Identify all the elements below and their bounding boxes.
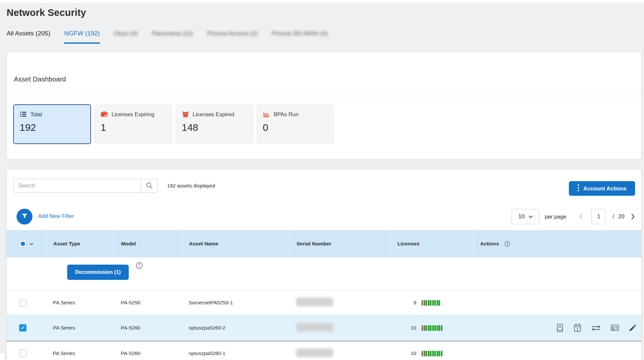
prev-page-button[interactable] <box>579 213 583 220</box>
bulk-action-row: Decommission (1) <box>7 257 641 291</box>
card-value: 1 <box>101 122 166 133</box>
table-row[interactable]: PA Series PA-5250 SomersetPA5250-1 9 <box>7 291 641 315</box>
select-all-checkbox[interactable] <box>19 240 26 247</box>
cell-serial-number <box>290 323 391 333</box>
asset-dashboard-panel: Asset Dashboard Total 192 Licenses Expir… <box>7 52 641 159</box>
assets-table-panel: 192 assets displayed Account Actions Add… <box>7 170 641 360</box>
page-size-value: 10 <box>518 213 525 220</box>
transfer-icon[interactable] <box>591 324 601 332</box>
col-header-actions: Actions <box>480 241 499 247</box>
divider <box>7 96 641 96</box>
tab-okyo-0[interactable]: Okyo (0) <box>114 30 138 44</box>
search-button[interactable] <box>141 179 158 193</box>
device-summary-icon[interactable] <box>556 323 564 333</box>
list-icon <box>20 111 27 118</box>
page-title: Network Security <box>7 7 86 18</box>
account-actions-label: Account Actions <box>583 185 626 192</box>
funnel-icon <box>21 213 28 221</box>
cell-serial-number <box>290 298 391 308</box>
table-body: PA Series PA-5250 SomersetPA5250-1 9 ✓ P… <box>7 291 641 360</box>
total-pages: 20 <box>618 213 624 220</box>
assets-table: Asset Type Model Asset Name Serial Numbe… <box>7 230 641 360</box>
cell-asset-type: PA Series <box>46 300 114 306</box>
card-label: Licenses Expiring <box>112 111 154 118</box>
cell-asset-type: PA Series <box>46 350 114 356</box>
col-header-serial-number: Serial Number <box>290 230 391 257</box>
cell-model: PA-5260 <box>114 350 182 356</box>
col-header-licenses: Licenses <box>391 230 473 257</box>
cell-serial-number <box>290 348 391 358</box>
per-page-label: per page <box>545 214 566 220</box>
alert-icon[interactable] <box>136 262 143 269</box>
search-input[interactable] <box>13 179 141 193</box>
row-checkbox[interactable] <box>19 299 26 306</box>
card-licenses-expired[interactable]: ! Licenses Expired 148 <box>175 104 253 144</box>
card-label: Total <box>30 111 42 118</box>
tab-ngfw-192[interactable]: NGFW (192) <box>64 30 100 44</box>
page-size-select[interactable]: 10 <box>512 209 539 224</box>
tabs-bar: All Assets (205)NGFW (192)Okyo (0)Panora… <box>7 30 328 44</box>
dashboard-title: Asset Dashboard <box>14 75 66 83</box>
alarm-icon: ! <box>182 111 189 118</box>
chevron-down-icon <box>529 213 533 220</box>
pagination: 10 per page 1 / 20 <box>512 209 635 225</box>
license-count: 9 <box>397 300 416 306</box>
add-filter-button[interactable] <box>17 209 32 225</box>
license-bars <box>422 325 442 331</box>
calendar-icon[interactable]: 1 <box>573 323 582 333</box>
tab-all-assets-205[interactable]: All Assets (205) <box>7 30 50 44</box>
page-separator: / <box>613 213 614 220</box>
add-new-filter-link[interactable]: Add New Filter <box>38 213 74 219</box>
ui-artifact <box>0 353 5 360</box>
license-count: 10 <box>397 350 416 356</box>
tab-prisma-sd-wan-0[interactable]: Prisma SD-WAN (0) <box>272 30 328 44</box>
cell-asset-name: nptuszpa5260-2 <box>182 325 290 331</box>
info-icon[interactable] <box>504 241 510 247</box>
card-value: 148 <box>182 122 247 133</box>
table-row[interactable]: PA Series PA-5260 nptuszpa5260-1 10 <box>7 341 641 360</box>
card-value: 192 <box>20 122 85 133</box>
serial-redacted <box>296 323 333 332</box>
card-value: 0 <box>263 122 328 133</box>
card-total[interactable]: Total 192 <box>13 104 91 144</box>
bar-chart-icon <box>263 111 270 118</box>
serial-redacted <box>296 298 333 306</box>
search-icon <box>145 181 153 190</box>
next-page-button[interactable] <box>631 213 635 220</box>
cell-model: PA-5250 <box>114 300 182 306</box>
license-icon[interactable] <box>610 324 620 332</box>
svg-text:!: ! <box>185 112 186 116</box>
col-header-model: Model <box>114 230 182 257</box>
card-licenses-expiring[interactable]: Licenses Expiring 1 <box>94 104 172 144</box>
briefcase-alert-icon <box>101 111 108 118</box>
cell-model: PA-5260 <box>114 325 182 331</box>
network-security-page: Network Security All Assets (205)NGFW (1… <box>0 0 644 360</box>
row-checkbox[interactable] <box>19 350 26 357</box>
serial-redacted <box>296 348 333 357</box>
kebab-icon <box>577 184 579 193</box>
table-header-row: Asset Type Model Asset Name Serial Numbe… <box>7 230 641 257</box>
cell-asset-name: SomersetPA5250-1 <box>182 300 290 306</box>
cell-asset-name: nptuszpa5260-1 <box>182 350 290 356</box>
table-row[interactable]: ✓ PA Series PA-5260 nptuszpa5260-2 10 1 <box>7 315 641 341</box>
card-bpas-run[interactable]: BPAs Run 0 <box>256 104 334 144</box>
license-bars <box>422 300 440 306</box>
svg-text:1: 1 <box>576 327 578 331</box>
cell-asset-type: PA Series <box>46 325 114 331</box>
decommission-button[interactable]: Decommission (1) <box>67 265 129 280</box>
current-page-input[interactable]: 1 <box>591 209 606 224</box>
chevron-down-icon[interactable] <box>29 241 33 247</box>
col-header-asset-type: Asset Type <box>46 230 114 257</box>
card-label: Licenses Expired <box>193 111 234 118</box>
license-count: 10 <box>397 325 416 331</box>
tab-prisma-access-2[interactable]: Prisma Access (2) <box>207 30 258 44</box>
edit-icon[interactable] <box>628 324 637 332</box>
top-strip <box>0 0 644 3</box>
account-actions-button[interactable]: Account Actions <box>569 181 635 196</box>
search-group <box>13 179 158 193</box>
dashboard-cards: Total 192 Licenses Expiring 1 ! Licenses… <box>13 104 334 144</box>
tab-panorama-11[interactable]: Panorama (11) <box>152 30 193 44</box>
license-bars <box>422 351 442 356</box>
col-header-asset-name: Asset Name <box>182 230 290 257</box>
row-checkbox[interactable]: ✓ <box>19 324 26 332</box>
